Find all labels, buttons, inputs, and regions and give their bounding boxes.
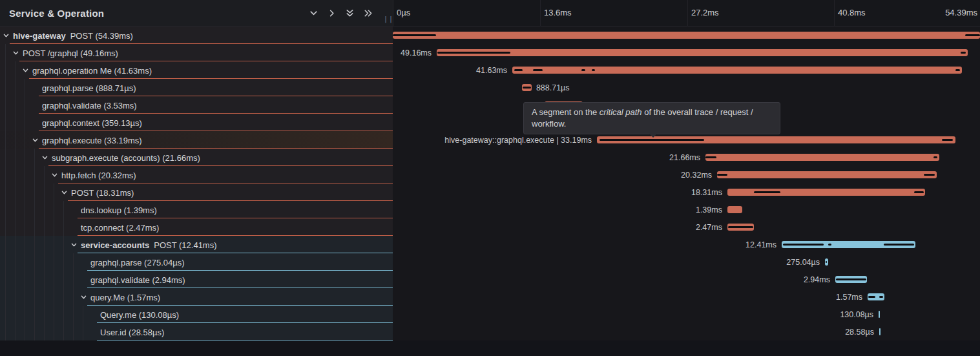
indent-guide — [54, 253, 54, 271]
collapse-chevron-icon[interactable] — [22, 67, 29, 74]
critical-path-segment[interactable] — [965, 34, 980, 36]
timeline-row[interactable]: 18.31ms — [393, 183, 980, 201]
timeline-row[interactable]: 21.66ms — [393, 149, 980, 166]
span-tree-row[interactable]: graphql.validate (3.53ms) — [0, 96, 393, 114]
critical-path-segment[interactable] — [942, 139, 954, 141]
critical-path-segment[interactable] — [868, 296, 875, 298]
critical-path-segment[interactable] — [783, 244, 824, 246]
span-label: graphql.context (359.13µs) — [42, 118, 142, 127]
timeline-row[interactable]: 888.71µs — [393, 79, 980, 96]
chevron-right-icon[interactable] — [327, 8, 337, 18]
double-chevron-down-icon[interactable] — [345, 8, 355, 18]
span-tree-row[interactable]: POST /graphql (49.16ms) — [0, 44, 393, 61]
span-label: graphql.operation Me (41.63ms) — [32, 65, 152, 75]
indent-guide — [25, 201, 25, 218]
timeline-row[interactable] — [393, 26, 980, 44]
timeline-row[interactable]: 41.63ms — [393, 61, 980, 79]
timeline-row[interactable]: 2.47ms — [393, 218, 980, 236]
collapse-chevron-icon[interactable] — [61, 189, 68, 196]
critical-path-segment[interactable] — [933, 156, 937, 158]
critical-path-segment[interactable] — [826, 261, 827, 263]
collapse-chevron-icon[interactable] — [32, 136, 39, 143]
critical-path-segment[interactable] — [884, 244, 915, 246]
span-tree-row[interactable]: dns.lookup (1.39ms) — [0, 201, 393, 218]
span-duration-bar[interactable] — [437, 49, 968, 56]
span-tree-row[interactable]: graphql.parse (888.71µs) — [0, 79, 393, 96]
critical-path-segment[interactable] — [705, 156, 716, 158]
collapse-chevron-icon[interactable] — [41, 154, 48, 161]
critical-path-segment[interactable] — [581, 69, 585, 71]
critical-path-segment[interactable] — [955, 69, 961, 71]
collapse-chevron-icon[interactable] — [51, 171, 58, 178]
timeline-row[interactable]: 2.94ms — [393, 271, 980, 288]
span-tree-row[interactable]: Query.me (130.08µs) — [0, 306, 393, 323]
span-tree-row[interactable]: subgraph.execute (accounts) (21.66ms) — [0, 149, 393, 166]
span-tree-row[interactable]: graphql.operation Me (41.63ms) — [0, 61, 393, 79]
span-tree-row[interactable]: graphql.context (359.13µs) — [0, 114, 393, 131]
timeline-row[interactable]: 49.16ms — [393, 44, 980, 61]
timeline-row[interactable]: 275.04µs — [393, 253, 980, 271]
indent-guide — [25, 79, 25, 96]
span-duration-bar[interactable] — [393, 32, 980, 39]
critical-path-segment[interactable] — [914, 191, 924, 193]
collapse-chevron-icon[interactable] — [3, 32, 10, 39]
timeline-row[interactable]: 12.41ms — [393, 236, 980, 253]
critical-path-segment[interactable] — [514, 69, 523, 71]
indent-guide — [34, 201, 35, 218]
span-tree-row[interactable]: graphql.execute (33.19ms) — [0, 131, 393, 149]
critical-path-segment[interactable] — [836, 278, 866, 280]
span-tree-row[interactable]: query.Me (1.57ms) — [0, 288, 393, 306]
critical-path-segment[interactable] — [437, 52, 511, 54]
critical-path-segment[interactable] — [828, 244, 832, 246]
indent-guide — [34, 166, 35, 183]
span-duration-bar[interactable] — [512, 67, 962, 74]
indent-guide — [15, 183, 16, 201]
indent-guide — [34, 218, 35, 236]
indent-guide — [34, 253, 35, 271]
span-tree-row[interactable]: tcp.connect (2.47ms) — [0, 218, 393, 236]
critical-path-segment[interactable] — [924, 174, 935, 176]
span-duration-bar[interactable] — [705, 154, 939, 161]
timeline-row[interactable]: 20.32ms — [393, 166, 980, 183]
critical-path-segment[interactable] — [533, 69, 543, 71]
critical-path-segment[interactable] — [728, 226, 753, 228]
collapse-chevron-icon[interactable] — [70, 241, 78, 248]
span-tree-row[interactable]: graphql.parse (275.04µs) — [0, 253, 393, 271]
critical-path-segment[interactable] — [754, 191, 780, 193]
span-tree-row[interactable]: http.fetch (20.32ms) — [0, 166, 393, 183]
critical-path-segment[interactable] — [961, 52, 966, 54]
critical-path-segment[interactable] — [717, 174, 727, 176]
span-tree-row[interactable]: hive-gatewayPOST (54.39ms) — [0, 26, 393, 44]
span-duration-bar[interactable] — [879, 311, 880, 318]
span-tree-row[interactable]: User.id (28.58µs) — [0, 323, 393, 340]
indent-guide — [34, 323, 35, 340]
span-tree-row[interactable]: service-accountsPOST (12.41ms) — [0, 236, 393, 253]
span-label: hive-gatewayPOST (54.39ms) — [13, 30, 133, 40]
timeline-row[interactable]: 1.57ms — [393, 288, 980, 306]
critical-path-segment[interactable] — [599, 139, 704, 141]
span-tree-row[interactable]: graphql.validate (2.94ms) — [0, 271, 393, 288]
indent-guide — [63, 218, 64, 236]
critical-path-segment[interactable] — [592, 69, 596, 71]
critical-path-segment[interactable] — [393, 34, 436, 36]
span-duration-bar[interactable] — [727, 206, 742, 213]
timeline-row[interactable]: 28.58µs — [393, 323, 980, 340]
indent-guide — [44, 306, 45, 323]
bar-duration-label: 888.71µs — [536, 83, 570, 92]
collapse-chevron-icon[interactable] — [12, 49, 19, 56]
critical-path-segment[interactable] — [879, 296, 883, 298]
timeline-row[interactable]: 1.39ms — [393, 201, 980, 218]
chevron-down-icon[interactable] — [309, 8, 318, 18]
span-duration-bar[interactable] — [879, 328, 881, 335]
collapse-chevron-icon[interactable] — [80, 293, 87, 300]
critical-path-segment[interactable] — [523, 87, 531, 89]
span-label: User.id (28.58µs) — [100, 327, 164, 337]
span-duration-bar[interactable] — [717, 171, 937, 178]
indent-guide — [15, 131, 16, 149]
indent-guide — [15, 218, 16, 236]
span-tree-row[interactable]: POST (18.31ms) — [0, 183, 393, 201]
indent-guide — [54, 183, 54, 201]
double-chevron-right-icon[interactable] — [363, 8, 373, 18]
timeline-row[interactable]: 130.08µs — [393, 306, 980, 323]
indent-guide — [25, 253, 25, 271]
